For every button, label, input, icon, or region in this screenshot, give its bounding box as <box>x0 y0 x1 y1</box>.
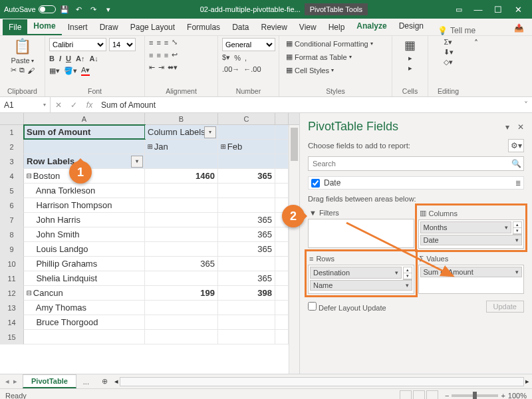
underline-button[interactable]: U <box>66 55 71 63</box>
share-button[interactable]: 📤 <box>509 21 529 35</box>
cells-icon[interactable]: ▦ <box>404 38 416 53</box>
area-columns[interactable]: ▥Columns Months▾▴▾ Date▾ <box>418 207 525 249</box>
area-filters[interactable]: ▼Filters <box>308 207 414 249</box>
indent-inc-icon[interactable]: ⇥ <box>158 63 164 72</box>
expand-formula-bar-icon[interactable]: ˅ <box>520 100 532 110</box>
tab-insert[interactable]: Insert <box>62 19 94 35</box>
font-name-select[interactable]: Calibri <box>49 38 106 51</box>
col-pill-months[interactable]: Months▾ <box>420 221 512 233</box>
worksheet[interactable]: A B C 123456789101112131415 Sum of Amoun… <box>0 113 299 374</box>
tab-help[interactable]: Help <box>323 19 351 35</box>
number-format-select[interactable]: General <box>222 38 275 51</box>
val-pill-sum[interactable]: Sum of Amount▾ <box>420 267 523 277</box>
tab-nav-prev-icon[interactable]: ◂ <box>5 377 9 386</box>
zoom-in-icon[interactable]: + <box>501 392 505 400</box>
zoom-control[interactable]: − + 100% <box>445 392 527 400</box>
col-header-d[interactable] <box>275 113 289 124</box>
area-rows[interactable]: ≡Rows Destination▾▴▾ Name▾ <box>308 253 414 294</box>
col-header-b[interactable]: B <box>145 113 218 124</box>
filter-button[interactable]: ▾ <box>131 156 143 168</box>
sheet-tab-more[interactable]: ... <box>76 376 96 388</box>
paste-label[interactable]: Paste <box>11 57 29 65</box>
col-spin[interactable]: ▴▾ <box>513 221 522 235</box>
fx-icon[interactable]: fx <box>86 100 92 110</box>
clear-icon[interactable]: ◇▾ <box>444 58 453 66</box>
col-header-a[interactable]: A <box>24 113 145 124</box>
enter-formula-icon[interactable]: ✓ <box>70 100 77 110</box>
cell-styles-button[interactable]: ▦Cell Styles▾ <box>283 65 336 76</box>
cancel-formula-icon[interactable]: ✕ <box>55 100 62 110</box>
tab-review[interactable]: Review <box>255 19 293 35</box>
col-pill-date[interactable]: Date▾ <box>420 235 523 245</box>
percent-icon[interactable]: % <box>234 54 241 62</box>
row-pill-destination[interactable]: Destination▾ <box>310 267 402 279</box>
orientation-icon[interactable]: ⤡ <box>172 38 178 47</box>
pane-dropdown-icon[interactable]: ▾ <box>505 122 509 132</box>
fields-settings-button[interactable]: ⚙▾ <box>508 139 524 152</box>
view-buttons[interactable] <box>398 390 438 400</box>
paste-icon[interactable]: 📋 <box>13 38 31 55</box>
maximize-button[interactable]: ☐ <box>488 0 508 19</box>
format-painter-icon[interactable]: 🖌 <box>27 66 35 74</box>
copy-icon[interactable]: ⧉ <box>19 66 25 74</box>
format-cells-icon[interactable]: ▸ <box>408 64 412 72</box>
pane-close-icon[interactable]: ✕ <box>517 122 524 132</box>
filter-button[interactable]: ▾ <box>204 126 216 138</box>
indent-dec-icon[interactable]: ⇤ <box>149 63 155 72</box>
search-icon[interactable]: 🔍 <box>509 157 523 170</box>
align-center-icon[interactable]: ≡ <box>156 51 160 59</box>
update-button[interactable]: Update <box>486 301 524 313</box>
align-mid-icon[interactable]: ≡ <box>156 39 160 47</box>
col-header-c[interactable]: C <box>218 113 275 124</box>
close-button[interactable]: ✕ <box>508 0 528 19</box>
zoom-slider[interactable] <box>452 394 498 397</box>
save-icon[interactable]: 💾 <box>60 5 69 14</box>
field-date[interactable]: Date ≣ <box>308 176 524 190</box>
tab-nav-next-icon[interactable]: ▸ <box>13 377 17 386</box>
tab-view[interactable]: View <box>293 19 323 35</box>
font-grow-icon[interactable]: A↑ <box>76 55 84 63</box>
tab-home[interactable]: Home <box>27 18 61 35</box>
area-values[interactable]: ΣValues Sum of Amount▾ <box>418 253 525 294</box>
tab-draw[interactable]: Draw <box>94 19 124 35</box>
zoom-out-icon[interactable]: − <box>445 392 449 400</box>
tab-design[interactable]: Design <box>393 18 430 35</box>
wrap-text-icon[interactable]: ↩ <box>172 51 178 59</box>
add-sheet-button[interactable]: ⊕ <box>98 375 112 388</box>
tab-data[interactable]: Data <box>226 19 255 35</box>
fill-color-icon[interactable]: 🪣▾ <box>64 66 77 75</box>
select-all-corner[interactable] <box>0 113 24 124</box>
name-box[interactable]: A1▾ <box>0 97 51 112</box>
merge-icon[interactable]: ⬌▾ <box>168 63 178 72</box>
autosave-toggle[interactable]: AutoSave <box>4 5 56 13</box>
sheet-tab-pivottable[interactable]: PivotTable <box>23 374 76 388</box>
tab-page-layout[interactable]: Page Layout <box>124 19 181 35</box>
tab-formulas[interactable]: Formulas <box>181 19 226 35</box>
vertical-scrollbar[interactable] <box>289 125 299 374</box>
tab-file[interactable]: File <box>3 19 27 35</box>
fields-search[interactable]: 🔍 <box>308 156 524 171</box>
collapse-ribbon-icon[interactable]: ˄ <box>468 36 484 96</box>
font-color-icon[interactable]: A▾ <box>81 66 90 76</box>
undo-icon[interactable]: ↶ <box>74 5 84 14</box>
conditional-formatting-button[interactable]: ▦Conditional Formatting▾ <box>283 38 376 49</box>
align-bot-icon[interactable]: ≡ <box>164 39 168 47</box>
qat-dropdown-icon[interactable]: ▾ <box>104 5 113 14</box>
bold-button[interactable]: B <box>49 55 55 63</box>
format-as-table-button[interactable]: ▦Format as Table▾ <box>283 51 354 63</box>
italic-button[interactable]: I <box>59 55 61 63</box>
tell-me[interactable]: 💡Tell me <box>438 26 475 35</box>
dec-decimal-icon[interactable]: ←.00 <box>243 65 261 73</box>
formula-input[interactable]: Sum of Amount <box>97 100 520 110</box>
font-shrink-icon[interactable]: A↓ <box>89 55 98 63</box>
horizontal-scrollbar[interactable]: ◂▸ <box>112 377 532 386</box>
comma-icon[interactable]: , <box>245 54 247 62</box>
defer-layout-checkbox[interactable]: Defer Layout Update <box>308 302 386 312</box>
cut-icon[interactable]: ✂ <box>11 66 17 74</box>
align-top-icon[interactable]: ≡ <box>149 39 153 47</box>
align-right-icon[interactable]: ≡ <box>164 51 168 59</box>
field-date-checkbox[interactable] <box>311 179 320 188</box>
fill-icon[interactable]: ⬇▾ <box>444 48 454 57</box>
zoom-value[interactable]: 100% <box>508 392 527 400</box>
minimize-button[interactable]: — <box>468 0 488 19</box>
